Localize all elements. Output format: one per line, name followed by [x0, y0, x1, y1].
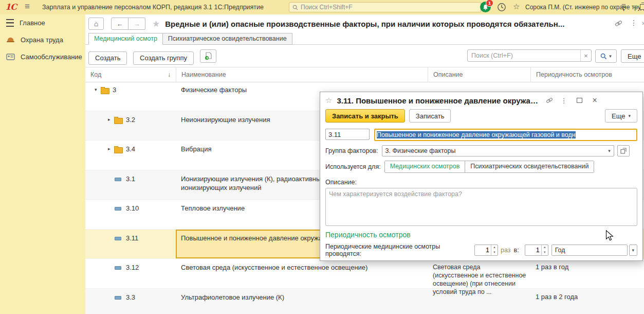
- row-periodicity: 1 раз в 2 года: [530, 289, 644, 314]
- period-count-spinner[interactable]: ▲▼: [474, 245, 498, 256]
- row-name: Световая среда (искусственное и естестве…: [176, 259, 428, 288]
- favorites-icon[interactable]: ☆: [513, 2, 520, 11]
- service-menu-icon[interactable]: ≡ ▾: [621, 2, 626, 11]
- current-user[interactable]: Сорока П.М. (Ст. инженер по охране труда…: [525, 4, 644, 11]
- period-unit-dropdown-button[interactable]: ▾: [629, 245, 637, 256]
- 1c-logo: 1С: [5, 2, 16, 12]
- used-for-medical-option[interactable]: Медицинских осмотров: [385, 161, 466, 172]
- favorite-star-icon[interactable]: ☆: [325, 96, 332, 105]
- selected-text: Повышенное и пониженное давление окружаю…: [377, 131, 576, 138]
- column-name[interactable]: Наименование: [176, 67, 428, 82]
- period-unit-field[interactable]: Год: [551, 245, 628, 256]
- group-combobox[interactable]: 3. Физические факторы ▾: [382, 145, 614, 156]
- sidebar-item-labor-safety[interactable]: Охрана труда: [0, 31, 85, 48]
- badge-card-icon: [6, 54, 15, 60]
- row-code: 3.3: [126, 293, 135, 301]
- description-textarea[interactable]: [325, 188, 637, 226]
- folder-open-icon: [101, 88, 109, 94]
- tab-medical-exam[interactable]: Медицинский осмотр: [88, 33, 163, 45]
- dialog-fields-row: Повышенное и пониженное давление окружаю…: [325, 129, 637, 141]
- column-description[interactable]: Описание: [428, 67, 530, 82]
- clear-search-icon[interactable]: ×: [580, 50, 591, 61]
- period-count-input[interactable]: [475, 245, 491, 255]
- search-icon: [600, 53, 607, 60]
- list-search-placeholder: Поиск (Ctrl+F): [468, 52, 580, 59]
- column-code[interactable]: Код ↓: [85, 67, 176, 82]
- tab-psychiatric-exam[interactable]: Психиатрическое освидетельствование: [163, 33, 292, 45]
- get-link-icon[interactable]: [615, 20, 622, 27]
- open-form-icon: [620, 148, 627, 154]
- dialog-more-button[interactable]: Еще ▾: [605, 109, 637, 123]
- item-icon: [115, 237, 121, 240]
- item-icon: [115, 296, 121, 300]
- sidebar-item-self-service[interactable]: Самообслуживание: [0, 48, 85, 65]
- used-for-row: Используется для: Медицинских осмотров П…: [325, 161, 637, 173]
- period-interval-spinner[interactable]: ▲▼: [525, 245, 548, 256]
- period-in-label: в:: [514, 247, 519, 254]
- item-icon: [115, 207, 121, 211]
- panel-chevron-icon[interactable]: ›: [642, 19, 644, 27]
- spinner-arrows[interactable]: ▲▼: [491, 245, 498, 255]
- favorite-star-icon[interactable]: ★: [152, 19, 160, 29]
- list-tabs: Медицинский осмотр Психиатрическое освид…: [88, 33, 292, 45]
- copy-item-button[interactable]: [200, 49, 216, 63]
- create-group-button[interactable]: Создать группу: [133, 51, 194, 65]
- get-link-icon[interactable]: [546, 97, 553, 104]
- expand-closed-icon[interactable]: ▸: [108, 146, 114, 151]
- list-toolbar: Создать Создать группу Поиск (Ctrl+F) × …: [88, 49, 644, 63]
- chevron-down-icon[interactable]: ▾: [605, 148, 614, 153]
- maximize-icon[interactable]: [577, 98, 582, 103]
- open-group-button[interactable]: [617, 145, 630, 156]
- history-icon[interactable]: [497, 3, 506, 12]
- item-icon: [115, 266, 121, 270]
- column-periodicity[interactable]: Периодичность осмотров: [530, 67, 644, 82]
- name-field[interactable]: Повышенное и пониженное давление окружаю…: [374, 129, 637, 141]
- spinner-arrows[interactable]: ▲▼: [541, 245, 548, 255]
- minimize-button[interactable]: –: [633, 3, 637, 11]
- notifications-button[interactable]: 1: [480, 2, 491, 12]
- row-code: 3: [113, 86, 116, 94]
- row-code: 3.12: [126, 264, 139, 271]
- row-description: Световая среда (искусственное и естестве…: [428, 259, 530, 288]
- used-for-psychiatric-option[interactable]: Психиатрических освидетельствований: [465, 161, 594, 172]
- list-more-button[interactable]: Еще ▾: [621, 49, 644, 63]
- table-row[interactable]: 3.12 Световая среда (искусственное и ест…: [85, 259, 644, 289]
- save-button[interactable]: Записать: [409, 109, 451, 123]
- copy-new-icon: [205, 52, 212, 60]
- sidebar-item-main[interactable]: Главное: [0, 14, 85, 31]
- search-options-button[interactable]: ▾: [595, 49, 617, 63]
- table-row[interactable]: 3.3 Ультрафиолетовое излучение (К) 1 раз…: [85, 289, 644, 314]
- row-periodicity: 1 раз в год: [530, 259, 644, 288]
- periodicity-row: Периодические медицинские осмотры провод…: [325, 243, 637, 257]
- main-section-icon: [6, 19, 14, 27]
- save-and-close-button[interactable]: Записать и закрыть: [325, 109, 405, 123]
- row-description: [428, 289, 530, 314]
- expand-open-icon[interactable]: ▾: [95, 87, 101, 92]
- main-menu-icon[interactable]: ≡: [25, 2, 30, 12]
- close-icon[interactable]: ×: [592, 97, 597, 104]
- restore-window-button[interactable]: [640, 4, 644, 10]
- more-actions-icon[interactable]: ⋮: [630, 19, 637, 27]
- used-for-label: Используется для:: [325, 163, 381, 170]
- list-search-input[interactable]: Поиск (Ctrl+F) ×: [467, 49, 592, 62]
- column-label: Наименование: [181, 71, 226, 78]
- period-interval-input[interactable]: [525, 245, 541, 255]
- dialog-titlebar: ☆ 3.11. Повышенное и пониженное давление…: [320, 92, 642, 107]
- row-name: Ультрафиолетовое излучение (К): [176, 289, 428, 314]
- chevron-down-icon: ▾: [609, 54, 612, 59]
- topbar: 1С ≡ Зарплата и управление персоналом КО…: [0, 0, 644, 15]
- code-field[interactable]: [325, 129, 370, 140]
- chevron-down-icon: ▾: [628, 113, 631, 118]
- forward-button[interactable]: →: [128, 18, 145, 30]
- column-label: Код: [90, 71, 101, 78]
- more-actions-icon[interactable]: ⋮: [560, 97, 567, 104]
- expand-closed-icon[interactable]: ▸: [108, 117, 114, 122]
- home-button[interactable]: ⌂: [88, 18, 104, 30]
- search-icon: [292, 5, 298, 10]
- back-button[interactable]: ←: [111, 18, 128, 30]
- sidebar-item-label: Самообслуживание: [21, 53, 82, 61]
- description-label: Описание:: [325, 179, 637, 186]
- global-search-input[interactable]: Поиск Ctrl+Shift+F: [289, 2, 481, 12]
- notification-badge: 1: [486, 0, 493, 7]
- create-button[interactable]: Создать: [88, 51, 127, 65]
